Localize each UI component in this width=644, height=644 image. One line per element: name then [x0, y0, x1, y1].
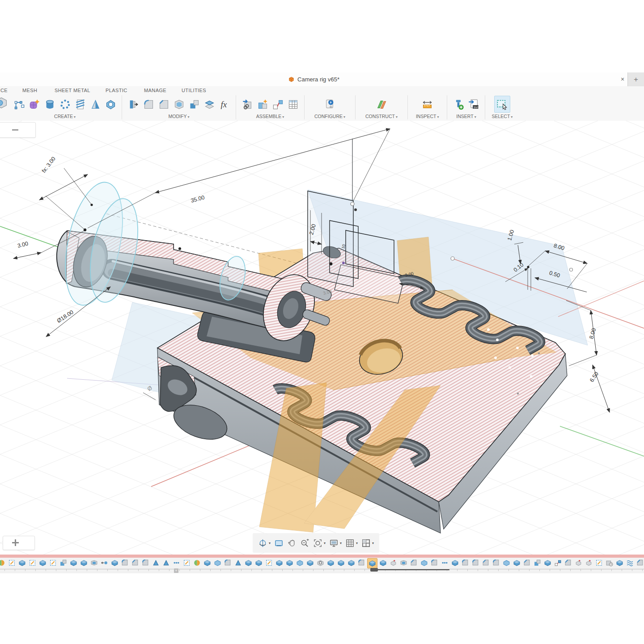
timeline-feature-sk[interactable] [182, 558, 191, 568]
tab-utilities[interactable]: UTILITIES [182, 88, 206, 93]
browser-collapse-chip[interactable] [0, 122, 36, 138]
group-label-select[interactable]: SELECT▾ [491, 114, 513, 119]
group-label-create[interactable]: CREATE▾ [54, 114, 76, 119]
form-icon[interactable] [27, 96, 42, 112]
fastener-icon[interactable] [451, 96, 466, 112]
fit-icon[interactable]: ▾ [313, 538, 326, 548]
parameters-icon[interactable]: fx [217, 96, 232, 112]
joint-icon[interactable] [270, 96, 285, 112]
tab-surface-partial[interactable]: CE [0, 88, 8, 93]
timeline-feature-fil[interactable] [120, 558, 130, 568]
timeline-feature-fil[interactable] [141, 558, 150, 568]
timeline-feature-cha[interactable] [131, 558, 140, 568]
timeline-feature-box[interactable] [502, 558, 511, 568]
panel-expand-button[interactable] [3, 536, 35, 550]
timeline-feature-shl[interactable] [89, 558, 99, 568]
display-settings-icon[interactable]: ▾ [329, 538, 342, 548]
timeline-feature-fil[interactable] [223, 558, 233, 568]
timeline-feature-fil[interactable] [357, 558, 366, 568]
timeline-feature-box[interactable] [213, 558, 222, 568]
timeline-feature-frm[interactable] [192, 558, 202, 568]
tab-sheet-metal[interactable]: SHEET METAL [55, 88, 90, 93]
timeline-feature-ext[interactable] [615, 558, 624, 568]
timeline-feature-sk[interactable] [48, 558, 58, 568]
tab-mesh[interactable]: MESH [22, 88, 37, 93]
timeline-feature-tri[interactable] [151, 558, 161, 568]
press-pull-icon[interactable] [126, 96, 141, 112]
timeline-feature-mir[interactable] [100, 558, 109, 568]
timeline-feature-err[interactable]: * [389, 558, 398, 568]
timeline-feature-ext[interactable] [378, 558, 388, 568]
timeline-feature-ext[interactable] [17, 558, 27, 568]
timeline-feature-box[interactable] [419, 558, 429, 568]
timeline-feature-coil[interactable] [625, 558, 635, 568]
hole-icon[interactable] [103, 96, 118, 112]
timeline-feature-ext[interactable] [336, 558, 346, 568]
measure-icon[interactable] [420, 96, 435, 112]
timeline-feature-cha[interactable] [409, 558, 419, 568]
split-body-icon[interactable] [202, 96, 217, 112]
sketch-icon[interactable] [12, 96, 27, 112]
timeline-feature-ext[interactable] [347, 558, 356, 568]
timeline-feature-ext[interactable] [305, 558, 315, 568]
timeline-feature-ext[interactable] [275, 558, 284, 568]
insert-svg-icon[interactable]: SVG [466, 96, 481, 112]
timeline-feature-app[interactable] [605, 558, 614, 568]
timeline-feature-ext[interactable] [244, 558, 253, 568]
timeline-feature-fil[interactable] [471, 558, 480, 568]
timeline-feature-pat[interactable] [172, 558, 181, 568]
bom-table-icon[interactable] [285, 96, 301, 112]
timeline-feature-err[interactable]: * [584, 558, 593, 568]
revolve-icon[interactable] [88, 96, 103, 112]
timeline-feature-shl[interactable] [399, 558, 408, 568]
timeline-feature-frm[interactable] [0, 558, 6, 568]
look-at-icon[interactable] [274, 538, 284, 548]
timeline-feature-tri[interactable] [161, 558, 171, 568]
timeline-feature-sk[interactable] [594, 558, 604, 568]
coil-icon[interactable] [72, 96, 88, 112]
close-tab-icon[interactable]: × [619, 76, 626, 83]
orbit-icon[interactable]: ▾ [258, 538, 271, 548]
insert-component-icon[interactable] [240, 96, 255, 112]
combine-icon[interactable] [186, 96, 202, 112]
group-label-assemble[interactable]: ASSEMBLE▾ [256, 114, 284, 119]
viewports-icon[interactable]: ▾ [361, 538, 374, 548]
cylinder-icon[interactable] [42, 96, 57, 112]
pan-icon[interactable] [287, 538, 297, 548]
shell-icon[interactable] [171, 96, 186, 112]
timeline-feature-ext[interactable] [254, 558, 263, 568]
timeline-feature-ext[interactable] [79, 558, 89, 568]
timeline-feature-cmb[interactable] [59, 558, 68, 568]
timeline-feature-hole[interactable] [316, 558, 325, 568]
timeline-feature-cha[interactable] [564, 558, 573, 568]
timeline-scrollbar[interactable] [0, 555, 644, 558]
document-tab[interactable]: Camera rig v65* [0, 72, 628, 86]
timeline-feature-cha[interactable] [636, 558, 644, 568]
group-label-construct[interactable]: CONSTRUCT▾ [365, 114, 398, 119]
select-window-icon[interactable] [494, 96, 510, 113]
fillet-icon[interactable] [141, 96, 156, 112]
model-canvas[interactable]: fx: 3.00 3.00 35.00 Ø18.00 2.00 10 3.00 … [0, 121, 644, 555]
zoom-icon[interactable] [300, 538, 309, 548]
3d-viewport[interactable]: fx: 3.00 3.00 35.00 Ø18.00 2.00 10 3.00 … [0, 121, 644, 555]
timeline-feature-ext[interactable] [326, 558, 335, 568]
group-label-modify[interactable]: MODIFY▾ [169, 114, 190, 119]
group-label-inspect[interactable]: INSPECT▾ [416, 114, 439, 119]
timeline-feature-joi[interactable] [553, 558, 563, 568]
new-component-icon[interactable] [255, 96, 270, 112]
timeline-feature-fil[interactable] [491, 558, 501, 568]
timeline-feature-ext[interactable] [367, 558, 377, 568]
configuration-icon[interactable] [322, 96, 338, 112]
timeline-feature-pat[interactable] [440, 558, 449, 568]
tab-manage[interactable]: MANAGE [144, 88, 166, 93]
timeline-feature-ext[interactable] [110, 558, 119, 568]
group-label-configure[interactable]: CONFIGURE▾ [314, 114, 345, 119]
grid-settings-icon[interactable]: ▾ [345, 538, 358, 548]
timeline-feature-box[interactable] [295, 558, 305, 568]
timeline-feature-fil[interactable] [461, 558, 470, 568]
timeline-position-marker[interactable] [370, 568, 378, 572]
group-label-insert[interactable]: INSERT▾ [456, 114, 476, 119]
new-tab-button[interactable]: + [627, 72, 644, 86]
timeline-feature-ext[interactable] [450, 558, 460, 568]
timeline-feature-ext[interactable] [285, 558, 294, 568]
